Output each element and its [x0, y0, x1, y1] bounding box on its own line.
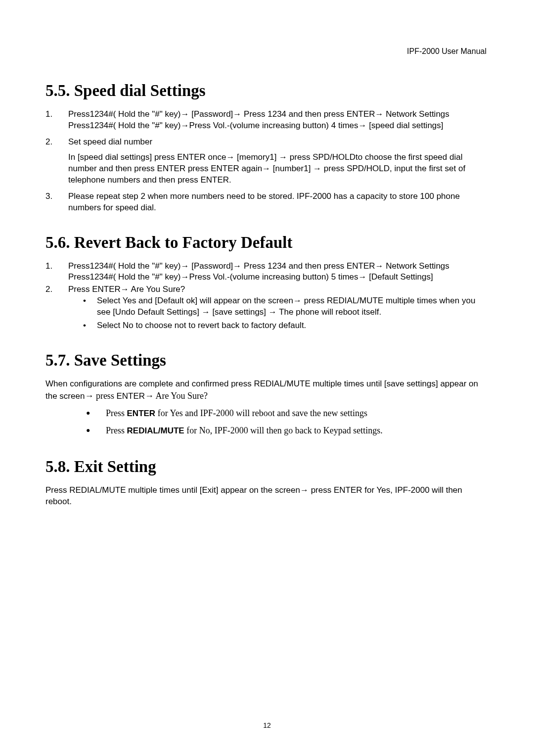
bullet-item: Select Yes and [Default ok] will appear …	[82, 295, 489, 318]
list-item: Press1234#( Hold the "#" key)→ [Password…	[45, 261, 489, 284]
document-header: IPF-2000 User Manual	[407, 47, 487, 56]
text-run-serif: → press	[85, 391, 116, 401]
paragraph-5-8: Press REDIAL/MUTE multiple times until […	[45, 485, 489, 508]
text-bold: ENTER	[127, 409, 156, 418]
text-run: for No, IPF-2000 will then go back to Ke…	[184, 425, 383, 435]
heading-5-6: 5.6. Revert Back to Factory Default	[45, 234, 489, 252]
text-run: ENTER	[116, 391, 145, 401]
text-run: Press	[106, 408, 127, 418]
heading-5-8: 5.8. Exit Setting	[45, 458, 489, 476]
heading-5-7: 5.7. Save Settings	[45, 351, 489, 370]
bullet-item: Press ENTER for Yes and IPF-2000 will re…	[85, 406, 489, 421]
page-number: 12	[0, 721, 534, 729]
list-item: Set speed dial number In [speed dial set…	[45, 137, 489, 186]
list-item: Please repeat step 2 when more numbers n…	[45, 191, 489, 214]
text-run: Press	[106, 425, 127, 435]
list-item-text: Press ENTER→ Are You Sure?	[68, 284, 185, 294]
paragraph-5-7: When configurations are complete and con…	[45, 378, 489, 402]
bullet-item: Select No to choose not to revert back t…	[82, 320, 489, 331]
bullets-5-7: Press ENTER for Yes and IPF-2000 will re…	[85, 406, 489, 438]
page-container: IPF-2000 User Manual 5.5. Speed dial Set…	[0, 0, 534, 756]
list-item-text: Set speed dial number	[68, 137, 152, 146]
text-run-serif: → Are You Sure?	[145, 391, 208, 401]
sub-paragraph: In [speed dial settings] press ENTER onc…	[68, 152, 489, 186]
text-run: for Yes and IPF-2000 will reboot and sav…	[155, 408, 367, 418]
sub-bullets: Select Yes and [Default ok] will appear …	[82, 295, 489, 331]
list-item: Press ENTER→ Are You Sure? Select Yes an…	[45, 284, 489, 331]
list-item: Press1234#( Hold the "#" key)→ [Password…	[45, 109, 489, 132]
list-5-6: Press1234#( Hold the "#" key)→ [Password…	[45, 261, 489, 332]
list-5-5: Press1234#( Hold the "#" key)→ [Password…	[45, 109, 489, 214]
bullet-item: Press REDIAL/MUTE for No, IPF-2000 will …	[85, 424, 489, 438]
heading-5-5: 5.5. Speed dial Settings	[45, 82, 489, 100]
text-bold: REDIAL/MUTE	[127, 426, 184, 435]
